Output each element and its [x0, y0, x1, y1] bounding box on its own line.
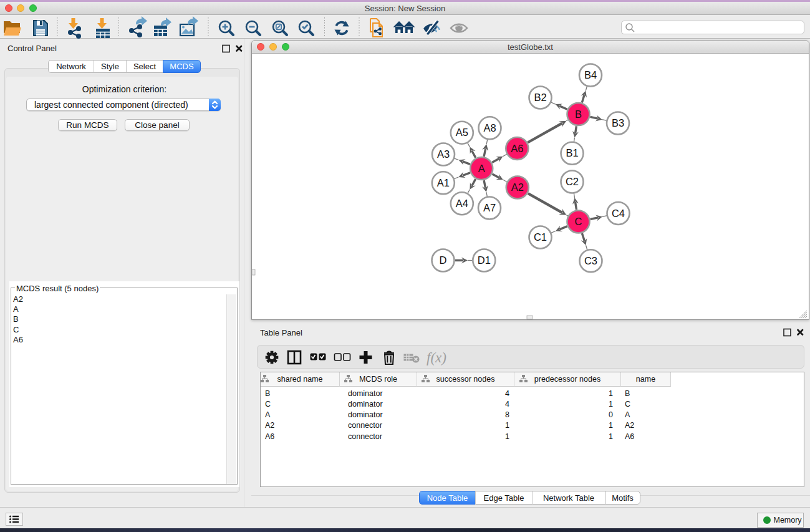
svg-text:A7: A7 [483, 202, 496, 213]
svg-text:D: D [440, 254, 447, 266]
svg-text:A5: A5 [456, 127, 468, 138]
svg-text:B2: B2 [534, 92, 546, 103]
svg-text:D1: D1 [478, 254, 491, 266]
svg-text:A: A [478, 163, 485, 174]
svg-text:C1: C1 [534, 231, 547, 243]
svg-text:B4: B4 [584, 69, 597, 80]
svg-text:A8: A8 [483, 122, 496, 133]
svg-text:A4: A4 [456, 198, 468, 209]
svg-text:A2: A2 [511, 181, 524, 193]
svg-text:B1: B1 [566, 147, 578, 158]
svg-text:C3: C3 [584, 255, 597, 266]
svg-text:C2: C2 [566, 176, 579, 187]
svg-text:A1: A1 [437, 177, 450, 188]
svg-text:B: B [575, 109, 582, 120]
svg-text:A3: A3 [437, 148, 450, 160]
svg-text:A6: A6 [511, 143, 523, 154]
svg-text:C: C [575, 216, 582, 227]
svg-text:B3: B3 [612, 117, 624, 128]
svg-text:f(x): f(x) [427, 350, 446, 365]
svg-text:C4: C4 [612, 208, 625, 219]
